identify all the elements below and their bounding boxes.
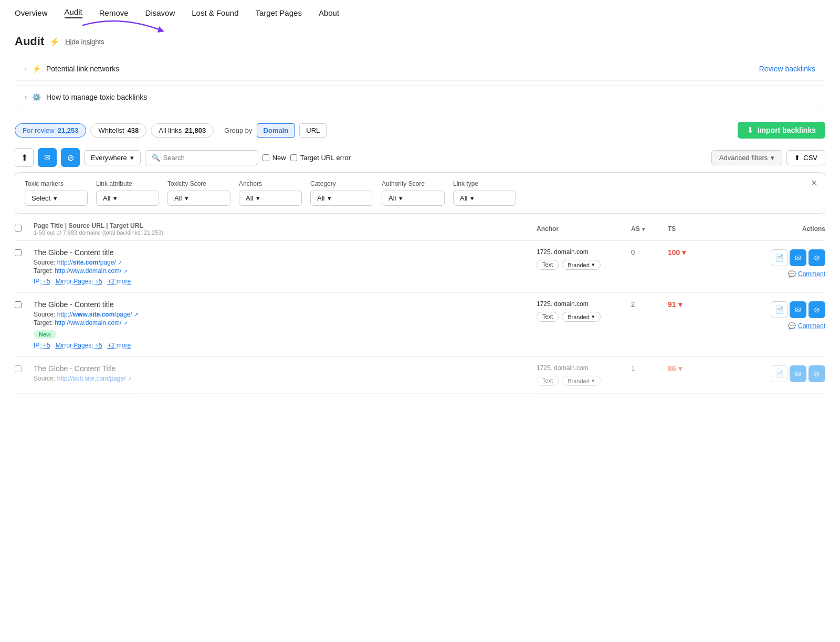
row-1-source-link[interactable]: http://www.site.com/page/ ↗	[57, 311, 138, 318]
row-0-mirror[interactable]: Mirror Pages: +5	[56, 278, 102, 285]
header-actions: Actions	[720, 225, 825, 233]
anchors-select[interactable]: All ▾	[239, 191, 302, 206]
row-0-source-link[interactable]: http://site.com/page/ ↗	[57, 259, 122, 266]
link-attribute-select[interactable]: All ▾	[96, 191, 159, 206]
send-icon-btn[interactable]: ✉	[38, 148, 57, 167]
search-input[interactable]	[163, 154, 251, 162]
row-0-ts-value: 100	[668, 248, 680, 257]
row-0-title: The Globe - Content title	[34, 248, 537, 257]
group-by-domain[interactable]: Domain	[257, 123, 296, 138]
row-0-more[interactable]: +2 more	[108, 278, 131, 285]
block-icon-btn[interactable]: ⊘	[61, 148, 80, 167]
link-attribute-label: Link attribute	[96, 180, 159, 187]
csv-button[interactable]: ⬆ CSV	[786, 150, 825, 165]
row-0-target-link[interactable]: http://www.domain.com/ ↗	[55, 267, 128, 275]
top-nav: Overview Audit Remove Disavow Lost & Fou…	[0, 0, 840, 26]
row-0-ip[interactable]: IP: +5	[34, 278, 50, 285]
tab-for-review[interactable]: For review 21,253	[15, 123, 86, 138]
nav-disavow[interactable]: Disavow	[145, 8, 175, 17]
row-1-target-ext-icon: ↗	[123, 320, 128, 326]
row-0-meta: IP: +5 Mirror Pages: +5 +2 more	[34, 278, 537, 285]
row-1-ts-value: 91	[668, 300, 676, 309]
row-0-ts-chevron[interactable]: ▾	[682, 248, 686, 257]
select-all-checkbox[interactable]	[15, 225, 22, 231]
target-url-error-label[interactable]: Target URL error	[290, 154, 351, 162]
export-icon-btn[interactable]: ⬆	[15, 148, 34, 167]
row-1-send-btn[interactable]: ✉	[790, 301, 806, 318]
close-panel-button[interactable]: ✕	[811, 178, 817, 188]
expand-icon-0[interactable]: ›	[25, 65, 27, 72]
insight-card-1: › ⚙️ How to manage toxic backlinks	[15, 85, 825, 109]
row-0-as: 0	[631, 248, 668, 256]
row-0-checkbox[interactable]	[15, 249, 22, 256]
row-2-source-link[interactable]: http://sub.site.com/page/ ↗	[57, 375, 132, 382]
link-type-filter: Link type All ▾	[453, 180, 516, 206]
import-icon: ⬇	[747, 126, 753, 134]
toxic-markers-select[interactable]: Select ▾	[25, 191, 88, 206]
row-1-meta: IP: +5 Mirror Pages: +5 +2 more	[34, 342, 537, 349]
authority-score-filter: Authority Score All ▾	[382, 180, 445, 206]
insight-card-right-0: Review backlinks	[759, 65, 815, 73]
nav-lost-found[interactable]: Lost & Found	[192, 8, 238, 17]
tab-whitelist[interactable]: Whitelist 438	[90, 123, 146, 138]
row-0-tag-branded[interactable]: Branded ▾	[562, 260, 601, 270]
authority-score-select[interactable]: All ▾	[382, 191, 445, 206]
row-0-comment-link[interactable]: 💬 Comment	[720, 270, 825, 278]
row-2-send-btn[interactable]: ✉	[790, 365, 806, 382]
location-value: Everywhere	[91, 154, 127, 162]
new-checkbox[interactable]	[262, 154, 269, 161]
row-2-doc-btn[interactable]: 📄	[771, 365, 788, 382]
row-1-ts-chevron[interactable]: ▾	[678, 300, 682, 309]
tab-all-links[interactable]: All links 21,803	[151, 123, 214, 138]
link-type-value: All	[460, 194, 467, 202]
group-by-label: Group by	[224, 127, 252, 134]
insight-action-0[interactable]: Review backlinks	[759, 65, 815, 73]
row-1-ext-icon: ↗	[134, 312, 138, 318]
nav-target-pages[interactable]: Target Pages	[256, 8, 302, 17]
row-2-block-btn[interactable]: ⊘	[808, 365, 825, 382]
target-url-error-checkbox[interactable]	[290, 154, 297, 161]
row-0-doc-btn[interactable]: 📄	[771, 249, 788, 266]
import-backlinks-button[interactable]: ⬇ Import backlinks	[738, 122, 825, 139]
row-1-ip[interactable]: IP: +5	[34, 342, 50, 349]
advanced-filters-button[interactable]: Advanced filters ▾	[711, 150, 783, 165]
row-1-comment-link[interactable]: 💬 Comment	[720, 322, 825, 330]
row-2-ts-chevron[interactable]: ▾	[678, 364, 682, 373]
category-select[interactable]: All ▾	[310, 191, 373, 206]
new-checkbox-label[interactable]: New	[262, 154, 286, 162]
as-sort-icon[interactable]: ▾	[642, 226, 645, 232]
authority-score-value: All	[388, 194, 396, 202]
anchors-label: Anchors	[239, 180, 302, 187]
row-1-anchor: 1725. domain.com Text Branded ▾	[537, 300, 631, 322]
nav-overview[interactable]: Overview	[15, 8, 48, 17]
row-1-tag-text: Text	[537, 312, 559, 322]
row-1-anchor-tags: Text Branded ▾	[537, 312, 631, 322]
row-1-checkbox[interactable]	[15, 301, 22, 308]
location-select[interactable]: Everywhere ▾	[84, 150, 141, 165]
row-2-tag-branded[interactable]: Branded ▾	[562, 376, 601, 386]
row-2-checkbox[interactable]	[15, 365, 22, 372]
row-1-mirror[interactable]: Mirror Pages: +5	[56, 342, 102, 349]
nav-audit[interactable]: Audit	[65, 7, 82, 18]
group-by-url[interactable]: URL	[299, 123, 327, 138]
row-2-as: 1	[631, 364, 668, 372]
row-0-block-btn[interactable]: ⊘	[808, 249, 825, 266]
row-1-target-link[interactable]: http://www.domain.com/ ↗	[55, 319, 128, 327]
row-1-more[interactable]: +2 more	[108, 342, 131, 349]
header-page-title-text: Page Title | Source URL | Target URL	[34, 222, 537, 229]
row-2-checkbox-col	[15, 364, 34, 372]
link-type-select[interactable]: All ▾	[453, 191, 516, 206]
row-2-tag-text: Text	[537, 376, 559, 386]
row-1-tag-branded[interactable]: Branded ▾	[562, 312, 601, 322]
row-1-block-btn[interactable]: ⊘	[808, 301, 825, 318]
table-header: Page Title | Source URL | Target URL 1-5…	[15, 218, 825, 241]
row-2-branded-chevron: ▾	[592, 377, 595, 384]
row-0-ts: 100 ▾	[668, 248, 720, 257]
row-1-checkbox-col	[15, 300, 34, 308]
nav-remove[interactable]: Remove	[99, 8, 129, 17]
toxicity-score-select[interactable]: All ▾	[167, 191, 230, 206]
row-0-send-btn[interactable]: ✉	[790, 249, 806, 266]
row-1-doc-btn[interactable]: 📄	[771, 301, 788, 318]
nav-about[interactable]: About	[319, 8, 339, 17]
expand-icon-1[interactable]: ›	[25, 93, 27, 101]
